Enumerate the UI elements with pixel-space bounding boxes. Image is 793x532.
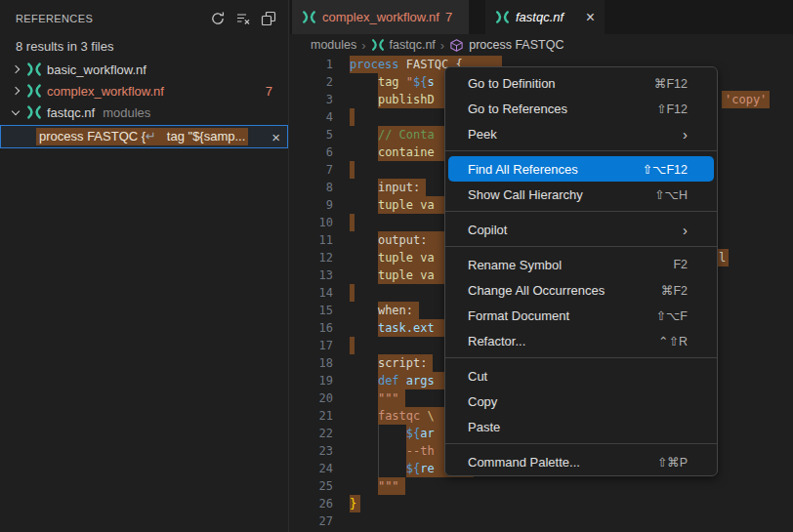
chevron-right-icon[interactable] (12, 87, 20, 95)
menu-item-rename-symbol[interactable]: Rename SymbolF2 (445, 252, 717, 277)
menu-item-shortcut: ⌘F2 (661, 283, 688, 298)
references-file-list: basic_workflow.nf complex_workflow.nf7 f… (0, 59, 288, 123)
breadcrumb-item-modules[interactable]: modules (311, 38, 356, 52)
sidebar-header: REFERENCES (0, 0, 288, 27)
menu-item-copy[interactable]: Copy (445, 389, 717, 414)
menu-item-show-call-hierarchy[interactable]: Show Call Hierarchy⇧⌥H (445, 182, 717, 207)
nextflow-icon (26, 104, 42, 120)
tab-label: complex_workflow.nf (322, 10, 439, 24)
menu-separator (445, 146, 717, 156)
menu-item-command-palette[interactable]: Command Palette...⇧⌘P (445, 449, 717, 474)
menu-item-find-all-references[interactable]: Find All References⇧⌥F12 (448, 156, 714, 182)
menu-separator (445, 242, 717, 252)
collapse-all-icon[interactable] (261, 11, 276, 26)
breadcrumb-item-file[interactable]: fastqc.nf (390, 38, 436, 52)
return-symbol: ↵ (146, 129, 156, 143)
line-number: 26 (290, 495, 350, 512)
results-count-badge: 7 (266, 84, 272, 99)
line-number: 14 (290, 284, 350, 302)
line-number: 19 (290, 372, 350, 389)
line-number: 4 (290, 108, 350, 126)
menu-item-change-all-occurrences[interactable]: Change All Occurrences⌘F2 (445, 277, 717, 303)
nextflow-icon (302, 10, 316, 24)
menu-item-label: Copy (468, 394, 497, 409)
editor-context-menu: Go to Definition⌘F12Go to References⇧F12… (444, 66, 718, 476)
sidebar-file-fastqc-nf[interactable]: fastqc.nfmodules (0, 102, 288, 123)
file-name: complex_workflow.nf (47, 84, 164, 99)
menu-item-label: Format Document (468, 308, 569, 323)
line-number: 12 (290, 249, 350, 266)
breadcrumb-separator: › (361, 38, 365, 53)
menu-item-cut[interactable]: Cut (445, 363, 717, 389)
chevron-right-icon[interactable] (12, 65, 20, 73)
line-number: 25 (290, 477, 350, 495)
menu-item-peek[interactable]: Peek› (445, 121, 717, 146)
menu-separator (445, 439, 717, 449)
indent-guide (378, 425, 379, 442)
chevron-down-icon[interactable] (12, 106, 20, 114)
submenu-chevron-icon: › (683, 126, 688, 143)
line-number: 27 (290, 512, 350, 530)
line-number: 10 (290, 214, 350, 231)
menu-item-label: Go to Definition (468, 76, 556, 91)
menu-item-format-document[interactable]: Format Document⇧⌥F (445, 303, 717, 328)
menu-item-shortcut: ⇧⌥H (654, 187, 688, 202)
menu-item-label: Change All Occurrences (468, 283, 605, 298)
line-number: 9 (290, 196, 350, 214)
indent-guide (378, 460, 379, 477)
menu-separator (445, 353, 717, 363)
line-number: 3 (290, 91, 350, 108)
tab-label: fastqc.nf (516, 10, 563, 24)
menu-item-go-to-definition[interactable]: Go to Definition⌘F12 (445, 70, 717, 96)
menu-item-shortcut: F2 (673, 258, 688, 271)
menu-item-refactor[interactable]: Refactor...⌃⇧R (445, 328, 717, 353)
reference-result-item[interactable]: process FASTQC {↵ tag "${samp... × (0, 125, 288, 148)
line-number: 13 (290, 266, 350, 284)
breadcrumb: modules › fastqc.nf › process FASTQC (290, 34, 793, 56)
file-description: modules (103, 105, 150, 120)
dismiss-result-icon[interactable]: × (271, 130, 280, 144)
menu-item-shortcut: ⇧⌥F (655, 308, 688, 323)
menu-item-label: Refactor... (468, 334, 525, 348)
results-summary: 8 results in 3 files (16, 39, 288, 57)
line-number: 18 (290, 354, 350, 372)
menu-item-label: Go to References (468, 102, 567, 116)
line-number: 23 (290, 442, 350, 460)
sidebar-file-basic-workflow-nf[interactable]: basic_workflow.nf (0, 59, 288, 80)
line-number: 8 (290, 179, 350, 196)
menu-item-go-to-references[interactable]: Go to References⇧F12 (445, 96, 717, 121)
breadcrumb-item-symbol[interactable]: process FASTQC (469, 38, 563, 52)
close-tab-icon[interactable]: × (586, 10, 595, 25)
menu-separator (445, 207, 717, 217)
panel-title: REFERENCES (16, 13, 93, 24)
sidebar-toolbar (210, 11, 276, 26)
menu-item-label: Show Call Hierarchy (468, 187, 583, 202)
line-number: 17 (290, 337, 350, 354)
menu-item-label: Rename Symbol (468, 258, 562, 272)
nextflow-icon (495, 10, 510, 24)
tab-complex-workflow[interactable]: complex_workflow.nf 7 (292, 0, 469, 34)
file-name: fastqc.nf (47, 105, 95, 120)
nextflow-icon (26, 83, 42, 99)
tab-problems-badge: 7 (445, 10, 452, 24)
menu-item-shortcut: ⇧F12 (656, 102, 688, 116)
menu-item-copilot[interactable]: Copilot› (445, 217, 717, 242)
code-fragment: 'copy' (722, 91, 770, 108)
code-line[interactable]: 26} (290, 495, 793, 512)
reference-match-text: process FASTQC {↵ tag "${samp... (36, 128, 248, 145)
refresh-icon[interactable] (210, 11, 226, 26)
menu-item-label: Peek (468, 127, 497, 142)
sidebar-file-complex-workflow-nf[interactable]: complex_workflow.nf7 (0, 80, 288, 102)
nextflow-icon (26, 61, 42, 77)
line-number: 21 (290, 407, 350, 425)
clear-all-icon[interactable] (235, 11, 251, 26)
menu-item-label: Cut (468, 369, 487, 384)
menu-item-paste[interactable]: Paste (445, 414, 717, 439)
indent-guide (378, 442, 379, 460)
menu-item-label: Paste (468, 420, 500, 434)
code-line[interactable]: 27 (290, 512, 793, 530)
code-line[interactable]: 25 """ (290, 477, 793, 495)
tab-fastqc[interactable]: fastqc.nf × (485, 0, 605, 34)
line-number: 22 (290, 425, 350, 442)
menu-item-shortcut: ⇧⌥F12 (643, 162, 688, 177)
